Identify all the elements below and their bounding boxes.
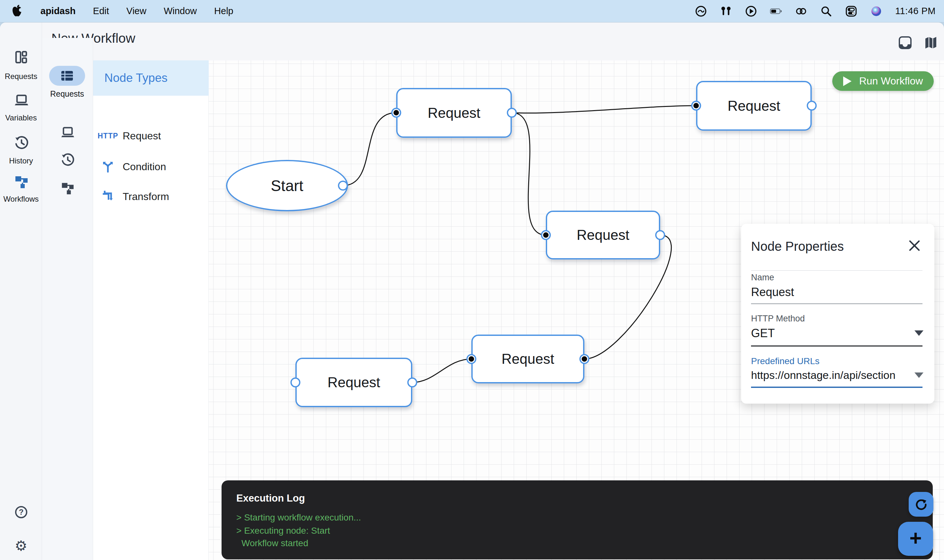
workflow-icon[interactable]: [61, 181, 75, 194]
dashboard-icon: [14, 50, 28, 64]
history-icon[interactable]: [61, 153, 75, 166]
panel-title: Node Properties: [751, 239, 844, 254]
node-request-3[interactable]: Request: [546, 211, 660, 260]
siri-icon[interactable]: [870, 5, 883, 17]
log-line: Workflow started: [241, 538, 308, 548]
primary-sidebar: Requests Variables History Workflows ? ⚙: [0, 23, 42, 560]
node-request-4[interactable]: Request: [471, 335, 584, 383]
creative-cloud-icon[interactable]: [695, 5, 707, 17]
history-icon: [14, 135, 28, 150]
port-request1-input[interactable]: [391, 108, 401, 118]
node-label: Request: [501, 351, 554, 367]
node-types-panel: Node Types HTTP Request Condition Transf…: [93, 60, 209, 560]
node-types-header: Node Types: [93, 60, 209, 96]
port-request3-output[interactable]: [655, 230, 665, 240]
menu-help[interactable]: Help: [214, 6, 234, 16]
branch-icon: [93, 160, 123, 173]
port-request2-output[interactable]: [807, 101, 817, 111]
workflow-canvas[interactable]: Start Request Request Request Request Re…: [209, 60, 944, 560]
node-start[interactable]: Start: [226, 160, 348, 211]
close-icon[interactable]: [908, 239, 921, 252]
node-type-request[interactable]: HTTP Request: [93, 125, 209, 147]
node-request-5[interactable]: Request: [295, 358, 412, 407]
menu-app-name[interactable]: apidash: [40, 6, 76, 16]
port-request5-output[interactable]: [407, 378, 417, 388]
execution-log-panel: Execution Log > Starting workflow execut…: [221, 480, 933, 559]
hotspot-icon[interactable]: [795, 5, 807, 17]
sidebar-item-history[interactable]: [0, 135, 42, 151]
field-underline: [751, 346, 922, 346]
node-type-condition[interactable]: Condition: [93, 155, 209, 178]
node-label: Request: [327, 374, 380, 391]
refresh-icon: [914, 497, 928, 512]
laptop-icon: [14, 93, 28, 107]
menu-edit[interactable]: Edit: [93, 6, 109, 16]
chevron-down-icon[interactable]: [915, 331, 924, 336]
settings-button[interactable]: ⚙: [0, 539, 42, 553]
sidebar-item-workflows[interactable]: [0, 174, 42, 190]
chevron-down-icon[interactable]: [915, 372, 924, 378]
edge-request1-request3: [512, 113, 546, 235]
apple-icon[interactable]: [11, 5, 23, 17]
log-line: > Starting workflow execution...: [236, 512, 361, 523]
node-type-transform[interactable]: Transform: [93, 185, 209, 208]
sidebar-label-workflows[interactable]: Workflows: [0, 195, 42, 203]
node-types-title: Node Types: [105, 71, 168, 85]
port-request4-output[interactable]: [580, 354, 589, 364]
sidebar-item-requests[interactable]: [0, 50, 42, 66]
airpods-icon[interactable]: [720, 5, 732, 17]
node-label: Request: [727, 98, 780, 114]
field-underline: [751, 303, 922, 304]
menu-window[interactable]: Window: [164, 6, 197, 16]
help-icon: ?: [14, 505, 28, 519]
workflow-icon: [14, 174, 28, 188]
clock-time: 11:46 PM: [895, 6, 936, 16]
node-label: Request: [577, 227, 629, 243]
subnav-requests-button[interactable]: [49, 66, 85, 86]
node-label: Request: [428, 105, 480, 121]
field-underline: [751, 387, 922, 388]
http-method-select[interactable]: GET: [751, 326, 775, 340]
play-icon: [843, 77, 852, 86]
plus-icon: +: [909, 527, 922, 548]
node-label: Start: [271, 177, 303, 195]
sidebar-label-variables[interactable]: Variables: [0, 113, 42, 122]
http-badge: HTTP: [93, 132, 123, 140]
refresh-button[interactable]: [909, 492, 933, 517]
sidebar-label-requests[interactable]: Requests: [0, 72, 42, 81]
laptop-icon[interactable]: [61, 126, 75, 138]
secondary-sidebar: Requests: [42, 38, 93, 560]
port-request5-input[interactable]: [291, 378, 301, 388]
svg-text:?: ?: [18, 508, 23, 516]
run-workflow-button[interactable]: Run Workflow: [832, 71, 934, 91]
search-icon[interactable]: [820, 5, 832, 17]
sidebar-label-history[interactable]: History: [0, 156, 42, 165]
transform-icon: [93, 190, 123, 203]
port-request2-input[interactable]: [691, 101, 701, 111]
help-button[interactable]: ?: [0, 505, 42, 520]
predefined-urls-label: Predefined URLs: [751, 356, 819, 366]
node-properties-panel: Node Properties Name Request HTTP Method…: [741, 224, 934, 404]
app-window: New Workflow Requests Variables History: [0, 23, 944, 560]
log-line: > Executing node: Start: [236, 526, 330, 536]
name-field[interactable]: Request: [751, 285, 794, 299]
node-request-1[interactable]: Request: [396, 88, 512, 138]
port-start-output[interactable]: [338, 181, 348, 191]
divider: [751, 270, 922, 271]
play-circle-icon[interactable]: [745, 5, 757, 17]
port-request3-input[interactable]: [541, 230, 551, 240]
predefined-urls-select[interactable]: https://onnstage.in/api/section: [751, 369, 895, 382]
battery-icon[interactable]: [770, 5, 782, 17]
sidebar-item-variables[interactable]: [0, 93, 42, 109]
node-request-2[interactable]: Request: [696, 81, 812, 131]
control-center-icon[interactable]: [845, 5, 857, 17]
menu-view[interactable]: View: [126, 6, 146, 16]
http-method-label: HTTP Method: [751, 314, 805, 324]
port-request1-output[interactable]: [507, 108, 517, 118]
port-request4-input[interactable]: [467, 354, 477, 364]
edge-start-request1: [343, 113, 396, 186]
save-tray-icon[interactable]: [898, 36, 912, 49]
map-icon[interactable]: [924, 36, 938, 49]
settings-gear-icon: ⚙: [14, 539, 28, 553]
add-node-button[interactable]: +: [898, 522, 933, 556]
